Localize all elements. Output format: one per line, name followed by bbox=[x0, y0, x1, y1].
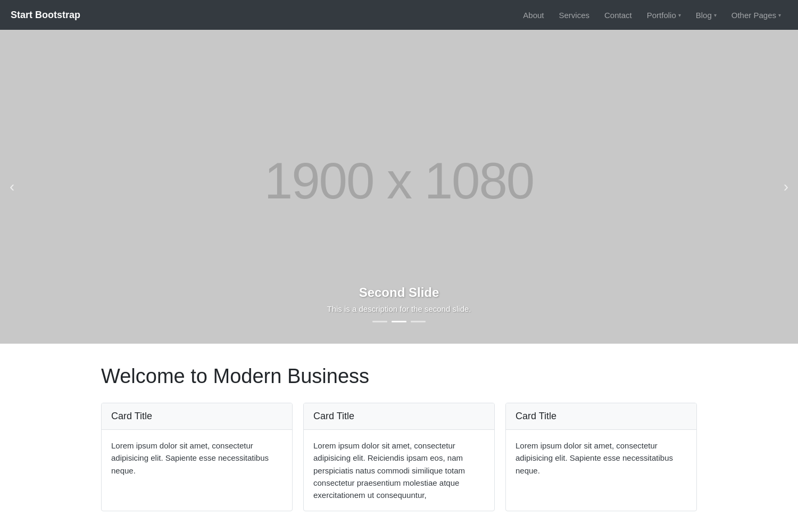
carousel-indicator-1[interactable] bbox=[372, 321, 387, 322]
nav-item-contact: Contact bbox=[598, 6, 638, 24]
chevron-down-icon: ▾ bbox=[714, 12, 717, 18]
card-1-header: Card Title bbox=[102, 403, 292, 430]
carousel-next-button[interactable]: › bbox=[774, 173, 798, 201]
carousel-placeholder: 1900 x 1080 bbox=[264, 152, 534, 210]
chevron-down-icon: ▾ bbox=[778, 12, 781, 18]
nav-item-blog: Blog ▾ bbox=[689, 6, 723, 24]
nav-link-contact[interactable]: Contact bbox=[598, 6, 638, 24]
nav-link-services[interactable]: Services bbox=[552, 6, 596, 24]
card-2: Card Title Lorem ipsum dolor sit amet, c… bbox=[303, 403, 495, 511]
card-1: Card Title Lorem ipsum dolor sit amet, c… bbox=[101, 403, 293, 511]
carousel-prev-button[interactable]: ‹ bbox=[0, 173, 24, 201]
nav-link-other[interactable]: Other Pages ▾ bbox=[725, 6, 787, 24]
nav-item-services: Services bbox=[552, 6, 596, 24]
carousel-indicator-2[interactable] bbox=[392, 321, 406, 322]
carousel-indicator-3[interactable] bbox=[411, 321, 426, 322]
nav-link-about[interactable]: About bbox=[517, 6, 550, 24]
card-3: Card Title Lorem ipsum dolor sit amet, c… bbox=[505, 403, 697, 511]
nav-item-other: Other Pages ▾ bbox=[725, 6, 787, 24]
carousel-slide-title: Second Slide bbox=[327, 285, 471, 300]
card-2-header: Card Title bbox=[304, 403, 494, 430]
navbar-nav: About Services Contact Portfolio ▾ Blog … bbox=[517, 6, 787, 24]
carousel-indicators bbox=[327, 321, 471, 322]
card-3-header: Card Title bbox=[506, 403, 696, 430]
card-2-body: Lorem ipsum dolor sit amet, consectetur … bbox=[304, 430, 494, 511]
nav-link-portfolio[interactable]: Portfolio ▾ bbox=[641, 6, 687, 24]
nav-link-blog[interactable]: Blog ▾ bbox=[689, 6, 723, 24]
carousel: 1900 x 1080 ‹ › Second Slide This is a d… bbox=[0, 30, 798, 344]
cards-row: Card Title Lorem ipsum dolor sit amet, c… bbox=[101, 403, 697, 511]
card-3-body: Lorem ipsum dolor sit amet, consectetur … bbox=[506, 430, 696, 486]
main-content: Welcome to Modern Business Card Title Lo… bbox=[90, 344, 708, 522]
nav-item-portfolio: Portfolio ▾ bbox=[641, 6, 687, 24]
carousel-caption: Second Slide This is a description for t… bbox=[327, 285, 471, 322]
carousel-slide-description: This is a description for the second sli… bbox=[327, 304, 471, 313]
chevron-down-icon: ▾ bbox=[678, 12, 681, 18]
card-1-body: Lorem ipsum dolor sit amet, consectetur … bbox=[102, 430, 292, 486]
navbar: Start Bootstrap About Services Contact P… bbox=[0, 0, 798, 30]
navbar-brand[interactable]: Start Bootstrap bbox=[11, 10, 80, 21]
section-title: Welcome to Modern Business bbox=[101, 365, 697, 388]
nav-item-about: About bbox=[517, 6, 550, 24]
